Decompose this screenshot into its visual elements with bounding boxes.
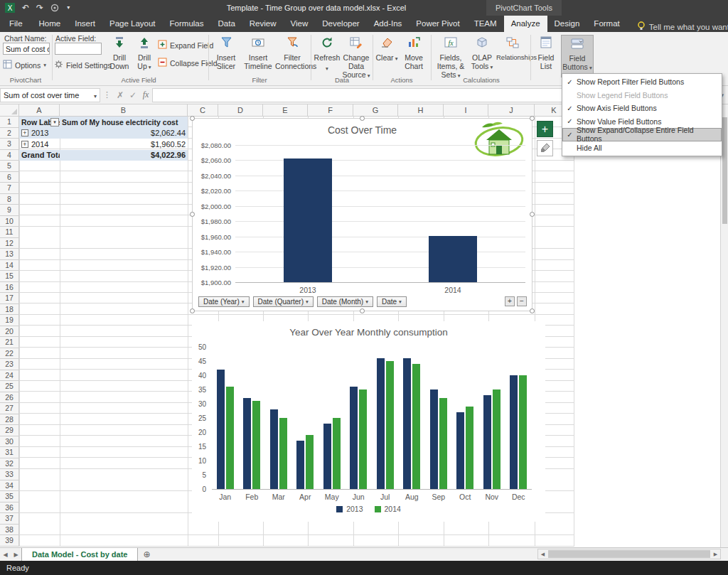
bar-nov-2014[interactable] xyxy=(493,389,500,489)
row-header-17[interactable]: 17 xyxy=(0,293,19,304)
column-header-i[interactable]: I xyxy=(444,104,488,117)
row-header-9[interactable]: 9 xyxy=(0,205,19,216)
row-header-13[interactable]: 13 xyxy=(0,249,19,260)
bar-2014[interactable] xyxy=(429,236,477,282)
ribbon-tab-power-pivot[interactable]: Power Pivot xyxy=(409,16,466,32)
ribbon-tab-team[interactable]: TEAM xyxy=(467,16,504,32)
hscroll-right-icon[interactable]: ▶ xyxy=(711,552,720,557)
undo-icon[interactable]: ↶ xyxy=(22,2,29,14)
ribbon-tab-developer[interactable]: Developer xyxy=(315,16,366,32)
row-header-10[interactable]: 10 xyxy=(0,216,19,227)
row-header-16[interactable]: 16 xyxy=(0,282,19,294)
bar-feb-2013[interactable] xyxy=(243,398,251,489)
sheet-tab-active[interactable]: Data Model - Cost by date xyxy=(21,548,138,561)
drill-up-button[interactable]: Drill Up xyxy=(134,35,155,77)
bar-aug-2014[interactable] xyxy=(412,364,420,489)
menu-item-show-report-filter-field-buttons[interactable]: ✓Show Report Filter Field Buttons xyxy=(562,75,722,89)
column-header-h[interactable]: H xyxy=(398,104,444,117)
pivot-row-value[interactable]: $4,022.96 xyxy=(60,150,188,161)
bar-mar-2014[interactable] xyxy=(279,418,287,489)
select-all-corner[interactable] xyxy=(0,104,19,117)
chart-legend[interactable]: 20132014 xyxy=(192,505,545,513)
bar-dec-2013[interactable] xyxy=(510,375,518,489)
olap-tools-button[interactable]: OLAP Tools xyxy=(469,35,495,77)
chart-title[interactable]: Year Over Year Monthly consumption xyxy=(192,327,545,338)
tell-me-box[interactable]: Tell me what you want to do... xyxy=(637,21,728,32)
row-header-35[interactable]: 35 xyxy=(0,491,19,503)
customize-qat-icon[interactable]: ▾ xyxy=(67,2,70,14)
filter-connections-button[interactable]: Filter Connections xyxy=(275,35,309,77)
selection-handle[interactable] xyxy=(530,116,535,121)
cancel-icon[interactable]: ✗ xyxy=(114,90,127,100)
row-labels-filter-icon[interactable]: ▾ xyxy=(50,118,59,127)
row-header-19[interactable]: 19 xyxy=(0,315,19,326)
name-box-dropdown-icon[interactable] xyxy=(94,91,97,100)
bar-jul-2014[interactable] xyxy=(386,361,394,489)
selection-handle[interactable] xyxy=(190,212,195,217)
hscroll-left-icon[interactable]: ◀ xyxy=(538,552,547,557)
row-header-37[interactable]: 37 xyxy=(0,513,19,525)
row-header-32[interactable]: 32 xyxy=(0,458,19,470)
chart-field-button-date[interactable]: Date xyxy=(377,296,407,307)
enter-icon[interactable]: ✓ xyxy=(127,90,139,100)
pivotchart-expand-button[interactable]: + xyxy=(505,296,515,306)
row-header-11[interactable]: 11 xyxy=(0,227,19,238)
bar-aug-2013[interactable] xyxy=(403,358,411,489)
row-header-27[interactable]: 27 xyxy=(0,403,19,414)
row-header-34[interactable]: 34 xyxy=(0,480,19,492)
move-chart-button[interactable]: Move Chart xyxy=(400,35,428,77)
row-header-18[interactable]: 18 xyxy=(0,304,19,316)
row-header-7[interactable]: 7 xyxy=(0,183,19,194)
sheet-nav-left-icon[interactable]: ◀ xyxy=(0,548,11,561)
new-sheet-button[interactable]: ⊕ xyxy=(138,548,155,561)
chart-field-button-date-quarter[interactable]: Date (Quarter) xyxy=(253,296,314,307)
bar-jun-2013[interactable] xyxy=(350,387,358,489)
insert-timeline-button[interactable]: Insert Timeline xyxy=(242,35,274,77)
menu-item-hide-all[interactable]: Hide All xyxy=(562,141,722,155)
relationships-button[interactable]: Relationships xyxy=(496,35,529,77)
selection-handle[interactable] xyxy=(190,308,195,313)
selection-handle[interactable] xyxy=(530,308,535,313)
column-header-c[interactable]: C xyxy=(188,104,218,117)
expand-icon[interactable]: + xyxy=(21,129,28,136)
selection-handle[interactable] xyxy=(360,308,365,313)
pivot-row-value[interactable]: $1,960.52 xyxy=(60,139,188,150)
row-header-39[interactable]: 39 xyxy=(0,535,19,547)
bar-oct-2014[interactable] xyxy=(466,407,473,489)
horizontal-scrollbar[interactable]: ◀ ▶ xyxy=(537,549,721,559)
legend-item-2014[interactable]: 2014 xyxy=(375,505,401,513)
bar-sep-2014[interactable] xyxy=(439,398,447,489)
chart-name-input[interactable]: Sum of cost o xyxy=(3,43,50,55)
column-header-j[interactable]: J xyxy=(488,104,535,117)
row-header-28[interactable]: 28 xyxy=(0,414,19,426)
touch-mode-icon[interactable] xyxy=(50,2,60,14)
ribbon-tab-design[interactable]: Design xyxy=(547,16,587,32)
ribbon-tab-data[interactable]: Data xyxy=(211,16,242,32)
bar-jun-2014[interactable] xyxy=(359,389,367,489)
pivot-row-label[interactable]: +2013 xyxy=(19,128,60,139)
chart-elements-button[interactable]: + xyxy=(537,121,553,137)
name-box[interactable]: Sum of cost over time xyxy=(0,88,100,102)
bar-2013[interactable] xyxy=(284,158,332,282)
bar-oct-2013[interactable] xyxy=(456,412,464,489)
row-header-33[interactable]: 33 xyxy=(0,469,19,480)
menu-item-show-legend-field-buttons[interactable]: Show Legend Field Buttons xyxy=(562,89,722,102)
bar-feb-2014[interactable] xyxy=(252,401,260,489)
column-header-f[interactable]: F xyxy=(308,104,353,117)
row-header-3[interactable]: 3 xyxy=(0,139,19,150)
column-header-a[interactable]: A xyxy=(19,104,60,117)
row-header-6[interactable]: 6 xyxy=(0,172,19,183)
drill-down-button[interactable]: Drill Down xyxy=(107,35,132,77)
row-header-21[interactable]: 21 xyxy=(0,337,19,348)
ribbon-tab-formulas[interactable]: Formulas xyxy=(163,16,211,32)
column-header-b[interactable]: B xyxy=(60,104,188,117)
column-header-e[interactable]: E xyxy=(263,104,308,117)
bar-apr-2013[interactable] xyxy=(296,441,304,489)
bar-nov-2013[interactable] xyxy=(483,395,491,489)
row-header-30[interactable]: 30 xyxy=(0,436,19,448)
selection-handle[interactable] xyxy=(530,212,535,217)
row-header-2[interactable]: 2 xyxy=(0,128,19,139)
sheet-nav-right-icon[interactable]: ▶ xyxy=(11,548,21,561)
chart-year-over-year[interactable]: Year Over Year Monthly consumption 20132… xyxy=(192,321,545,522)
redo-icon[interactable]: ↷ xyxy=(36,2,43,14)
